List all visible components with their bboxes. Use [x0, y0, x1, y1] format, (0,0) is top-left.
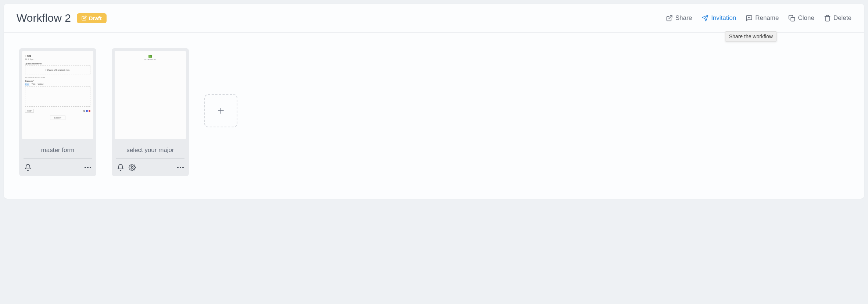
- preview-clear: Clear: [25, 109, 34, 113]
- svg-rect-3: [791, 17, 795, 21]
- svg-line-0: [669, 15, 672, 19]
- invitation-button[interactable]: Invitation: [702, 14, 736, 22]
- workflow-card[interactable]: PERMISSIONS select your major: [112, 48, 189, 176]
- preview-sig-label: Signature*: [25, 80, 90, 82]
- share-label: Share: [675, 14, 692, 22]
- bell-button[interactable]: [24, 164, 32, 171]
- card-footer-left: [24, 164, 32, 171]
- preview-logo-text: PERMISSIONS: [144, 59, 156, 60]
- card-label: master form: [19, 142, 96, 157]
- card-footer: [112, 160, 189, 176]
- tooltip: Share the workflow: [725, 31, 777, 42]
- preview-file-hint: File should be less than 10 Mb.: [25, 77, 90, 78]
- card-divider: [24, 158, 92, 159]
- header-actions: Share Invitation Rename: [666, 14, 851, 22]
- preview-color-dots: [83, 110, 90, 112]
- gear-icon: [129, 164, 136, 171]
- form-preview: Title Fill & Sign Upload Attachments* ⬆ …: [22, 51, 93, 139]
- plus-icon: [216, 106, 225, 115]
- doc-preview: PERMISSIONS: [115, 51, 186, 139]
- send-icon: [702, 15, 709, 22]
- preview-upload-box: ⬆ Choose a file or drag it here.: [25, 66, 90, 74]
- preview-submit: Submit ▾: [50, 116, 65, 120]
- preview-sig-box: [25, 86, 90, 107]
- rename-label: Rename: [755, 14, 779, 22]
- preview-sig-footer: Clear: [25, 109, 90, 113]
- share-button[interactable]: Share: [666, 14, 692, 22]
- trash-icon: [824, 15, 831, 22]
- invitation-label: Invitation: [711, 14, 736, 22]
- clone-icon: [788, 15, 795, 22]
- edit-icon: [82, 15, 87, 21]
- more-button[interactable]: [85, 167, 91, 168]
- bell-button[interactable]: [117, 164, 124, 171]
- card-preview: PERMISSIONS: [112, 48, 189, 142]
- preview-upload-label: Upload Attachments*: [25, 63, 90, 65]
- bell-icon: [24, 164, 32, 171]
- more-button[interactable]: [177, 167, 184, 168]
- clone-label: Clone: [798, 14, 814, 22]
- workflow-card[interactable]: Title Fill & Sign Upload Attachments* ⬆ …: [19, 48, 96, 176]
- draft-badge-label: Draft: [89, 15, 102, 21]
- card-preview: Title Fill & Sign Upload Attachments* ⬆ …: [19, 48, 96, 142]
- draft-badge: Draft: [77, 13, 107, 23]
- workflow-container: Workflow 2 Draft Share: [4, 4, 864, 199]
- page-title: Workflow 2: [17, 12, 71, 24]
- clone-button[interactable]: Clone: [788, 14, 814, 22]
- card-footer-left: [117, 164, 136, 171]
- header-left: Workflow 2 Draft: [17, 12, 107, 24]
- preview-tabs: Draw Type Upload: [25, 83, 90, 85]
- preview-subtitle: Fill & Sign: [25, 58, 90, 60]
- delete-label: Delete: [833, 14, 851, 22]
- preview-submit-area: Submit ▾: [25, 116, 90, 120]
- card-footer: [19, 160, 96, 176]
- content-area: Title Fill & Sign Upload Attachments* ⬆ …: [4, 33, 864, 192]
- rename-icon: [746, 15, 753, 22]
- settings-button[interactable]: [129, 164, 136, 171]
- add-card-button[interactable]: [204, 94, 237, 127]
- share-icon: [666, 15, 673, 22]
- delete-button[interactable]: Delete: [824, 14, 851, 22]
- bell-icon: [117, 164, 124, 171]
- card-label: select your major: [112, 142, 189, 157]
- card-divider: [116, 158, 184, 159]
- header: Workflow 2 Draft Share: [4, 4, 864, 33]
- preview-logo-icon: [148, 55, 152, 58]
- svg-point-4: [132, 167, 133, 169]
- rename-button[interactable]: Rename: [746, 14, 779, 22]
- preview-title: Title: [25, 54, 90, 57]
